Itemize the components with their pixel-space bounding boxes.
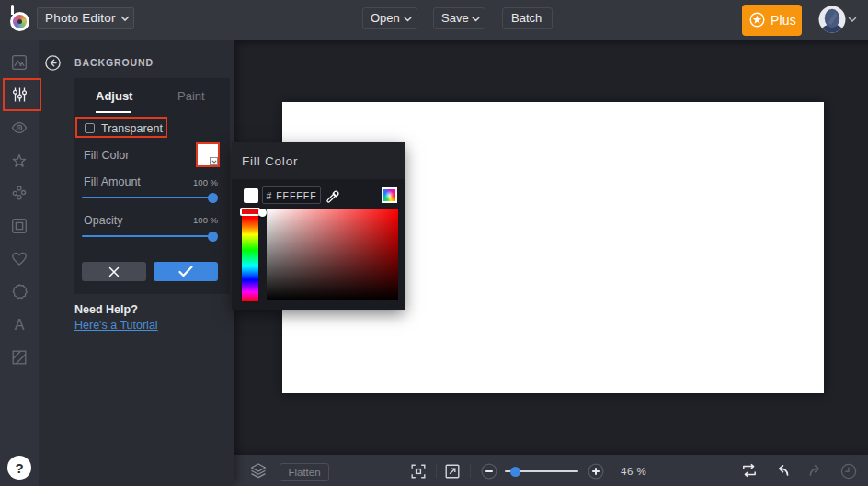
svg-text:A: A [15,317,25,333]
